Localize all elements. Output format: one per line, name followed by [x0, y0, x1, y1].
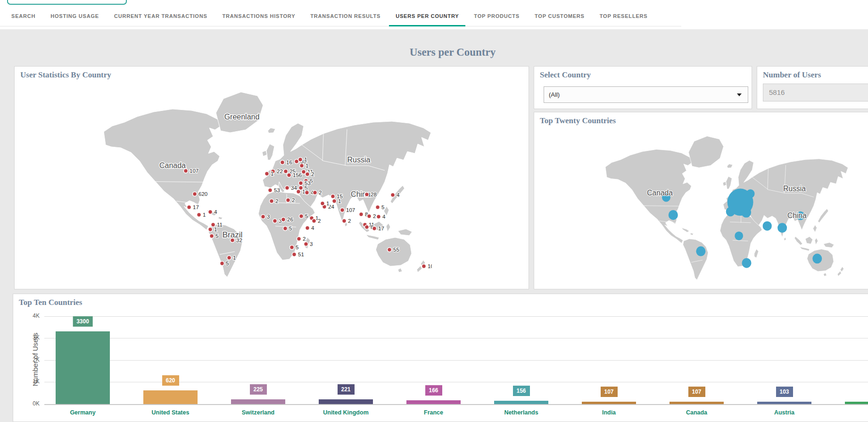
y-tick-1K: 1K: [13, 378, 40, 385]
marker-value: 2: [319, 190, 322, 195]
marker-value: 3: [267, 214, 270, 219]
country-marker[interactable]: 51: [292, 252, 304, 257]
marker-value: 32: [236, 237, 242, 243]
country-bubble[interactable]: [777, 223, 787, 233]
y-tick-4K: 4K: [13, 312, 40, 319]
marker-value: 2: [292, 197, 295, 203]
marker-value: 620: [198, 191, 207, 197]
country-marker[interactable]: 2: [367, 213, 376, 219]
page-title: Users per Country: [0, 46, 868, 59]
bar-germany[interactable]: [56, 331, 110, 404]
country-bubble[interactable]: [742, 258, 751, 268]
marker-value: 2: [275, 198, 278, 204]
gridline-2K: [44, 360, 868, 361]
country-marker[interactable]: 16: [281, 160, 292, 165]
number-of-users-value: 5816: [763, 84, 868, 101]
bar-france[interactable]: [406, 400, 461, 404]
map-label-canada: Canada: [159, 161, 186, 169]
country-marker[interactable]: 34: [285, 185, 298, 191]
bar-austria[interactable]: [757, 402, 811, 404]
map-label-russia: Russia: [347, 156, 371, 164]
country-bubble[interactable]: [741, 207, 751, 218]
country-marker[interactable]: 107: [184, 168, 199, 174]
country-marker[interactable]: 1: [197, 212, 206, 218]
marker-value: 5: [226, 261, 229, 266]
country-marker[interactable]: 28: [365, 192, 377, 197]
marker-value: 107: [190, 168, 198, 174]
tab-current-year-transactions[interactable]: CURRENT YEAR TRANSACTIONS: [107, 13, 215, 26]
marker-value: 5: [296, 245, 298, 250]
country-marker[interactable]: 10: [422, 263, 432, 269]
tab-transaction-results[interactable]: TRANSACTION RESULTS: [303, 13, 388, 26]
category-label-netherlands: Netherlands: [479, 409, 564, 416]
tab-top-customers[interactable]: TOP CUSTOMERS: [527, 13, 592, 26]
select-country-title: Select Country: [534, 67, 752, 80]
tab-users-per-country[interactable]: USERS PER COUNTRY: [388, 13, 466, 26]
panel-number-of-users: Number of Users 5816: [757, 66, 868, 109]
tab-top-products[interactable]: TOP PRODUCTS: [466, 13, 527, 26]
chevron-down-icon: [737, 93, 742, 96]
marker-value: 2: [348, 218, 351, 224]
tab-search[interactable]: SEARCH: [4, 13, 43, 26]
country-marker[interactable]: 620: [193, 191, 208, 197]
marker-value: 2: [311, 171, 314, 177]
tab-hosting-usage[interactable]: HOSTING USAGE: [43, 13, 107, 26]
country-bubble[interactable]: [812, 253, 822, 263]
marker-value: 5: [305, 213, 308, 219]
country-marker[interactable]: 5: [376, 204, 385, 210]
marker-value: 3: [310, 241, 313, 247]
bar-switzerland[interactable]: [231, 399, 285, 404]
marker-value: 1: [203, 212, 206, 218]
select-country-dropdown[interactable]: (All): [544, 86, 748, 103]
bar-value-france: 166: [425, 385, 442, 396]
top-ten-title: Top Ten Countries: [13, 294, 868, 307]
marker-value: 2: [373, 213, 376, 219]
category-label-united-kingdom: United Kingdom: [304, 409, 389, 416]
number-of-users-field: 5816: [763, 84, 868, 101]
country-marker[interactable]: 17: [372, 226, 384, 231]
category-label-germany: Germany: [41, 409, 125, 416]
country-marker[interactable]: 53: [268, 187, 280, 193]
y-tick-2K: 2K: [13, 356, 40, 363]
country-marker[interactable]: 107: [340, 207, 355, 213]
country-bubble[interactable]: [746, 189, 755, 198]
marker-value: 1: [306, 163, 308, 169]
country-marker[interactable]: 55: [388, 247, 399, 253]
panel-user-statistics-map: User Statistics By Country GreenlandCana…: [14, 66, 529, 289]
gridline-3K: [44, 338, 868, 338]
country-marker[interactable]: 156: [287, 172, 302, 178]
country-marker[interactable]: 4: [306, 225, 315, 231]
tab-top-resellers[interactable]: TOP RESELLERS: [592, 13, 655, 26]
bar-netherlands[interactable]: [494, 401, 548, 404]
bar-canada[interactable]: [670, 402, 724, 404]
country-marker[interactable]: 32: [231, 237, 242, 243]
country-marker[interactable]: 8: [359, 211, 368, 217]
country-marker[interactable]: 17: [187, 204, 199, 210]
country-bubble[interactable]: [669, 210, 678, 220]
user-statistics-world-map[interactable]: GreenlandCanadaRussiaBrazilChina 1076201…: [102, 84, 432, 287]
tab-transactions-history[interactable]: TRANSACTIONS HISTORY: [215, 13, 303, 26]
bar-partial[interactable]: [845, 402, 868, 404]
panel-select-country: Select Country (All): [534, 66, 752, 109]
marker-value: 5: [381, 204, 384, 210]
country-marker[interactable]: 2: [297, 236, 306, 242]
country-bubble[interactable]: [735, 231, 743, 240]
category-label-switzerland: Switzerland: [216, 409, 301, 416]
country-marker[interactable]: 26: [281, 217, 293, 222]
country-bubble[interactable]: [696, 246, 705, 256]
top-toolbar: SEARCHHOSTING USAGECURRENT YEAR TRANSACT…: [0, 0, 868, 29]
category-label-canada: Canada: [654, 409, 739, 416]
country-marker[interactable]: 4: [377, 214, 386, 219]
marker-value: 1: [214, 227, 217, 232]
country-bubble[interactable]: [726, 207, 735, 216]
map-label-canada: Canada: [647, 189, 673, 197]
bar-united-kingdom[interactable]: [319, 399, 373, 404]
marker-value: 34: [291, 185, 297, 191]
bar-india[interactable]: [582, 402, 636, 404]
top-twenty-bubble-map[interactable]: CanadaRussiaChina: [604, 130, 849, 288]
marker-value: 22: [277, 169, 283, 174]
marker-value: 156: [293, 172, 302, 178]
bar-value-switzerland: 225: [249, 384, 266, 395]
country-bubble[interactable]: [763, 221, 772, 231]
bar-united-states[interactable]: [143, 390, 198, 404]
